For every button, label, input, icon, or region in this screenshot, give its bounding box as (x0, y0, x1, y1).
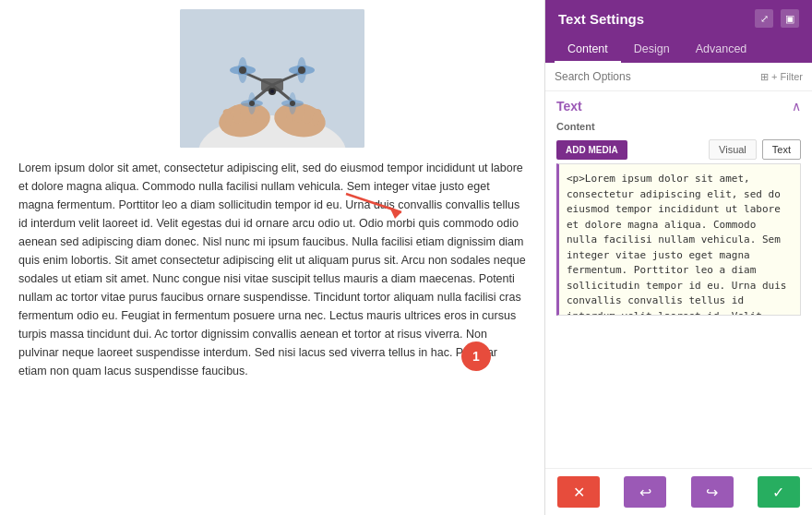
tabs-row: Content Design Advanced (545, 37, 812, 63)
tab-advanced[interactable]: Advanced (683, 37, 760, 63)
bottom-toolbar: ✕ ↩ ↪ ✓ (545, 468, 812, 515)
drone-image-container (0, 0, 544, 148)
svg-point-25 (249, 101, 255, 106)
drone-illustration (180, 9, 364, 148)
undo-button[interactable]: ↩ (624, 476, 666, 508)
section-title: Text (556, 99, 582, 114)
add-media-button[interactable]: ADD MEDIA (556, 140, 627, 160)
cancel-button[interactable]: ✕ (557, 476, 600, 508)
svg-point-30 (270, 90, 274, 93)
redo-button[interactable]: ↪ (691, 476, 734, 508)
cancel-icon: ✕ (573, 484, 585, 501)
save-button[interactable]: ✓ (758, 476, 800, 508)
right-panel: Text Settings ⤢ ▣ Content Design Advance… (544, 0, 812, 515)
svg-marker-32 (389, 207, 401, 219)
left-panel: Lorem ipsum dolor sit amet, consectetur … (0, 0, 544, 515)
section-toggle-icon[interactable]: ∧ (792, 99, 801, 114)
search-bar: ⊞ + Filter (545, 63, 812, 91)
tab-content[interactable]: Content (555, 37, 621, 63)
redo-icon: ↪ (706, 484, 718, 501)
svg-point-28 (290, 101, 295, 106)
red-arrow (341, 185, 415, 222)
panel-title: Text Settings (558, 11, 644, 27)
editor-toolbar: ADD MEDIA Visual Text (545, 136, 812, 163)
panel-header: Text Settings ⤢ ▣ (545, 0, 812, 37)
drone-image (180, 9, 364, 148)
undo-icon: ↩ (639, 484, 651, 501)
search-input[interactable] (555, 70, 755, 83)
svg-point-22 (298, 66, 305, 74)
panel-header-icons: ⤢ ▣ (755, 9, 799, 28)
layout-icon[interactable]: ▣ (781, 9, 799, 28)
content-label: Content (545, 117, 812, 136)
svg-point-19 (239, 66, 246, 74)
expand-icon[interactable]: ⤢ (755, 9, 773, 28)
filter-icon: ⊞ (760, 71, 769, 83)
visual-tab[interactable]: Visual (709, 139, 757, 160)
filter-label: + Filter (771, 71, 803, 82)
step-badge: 1 (461, 341, 491, 371)
filter-button[interactable]: ⊞ + Filter (760, 71, 803, 83)
text-section-header: Text ∧ (545, 91, 812, 117)
text-tab[interactable]: Text (762, 139, 801, 160)
text-editor[interactable]: <p>Lorem ipsum dolor sit amet, consectet… (556, 163, 801, 316)
tab-design[interactable]: Design (621, 37, 683, 63)
save-icon: ✓ (772, 484, 784, 501)
